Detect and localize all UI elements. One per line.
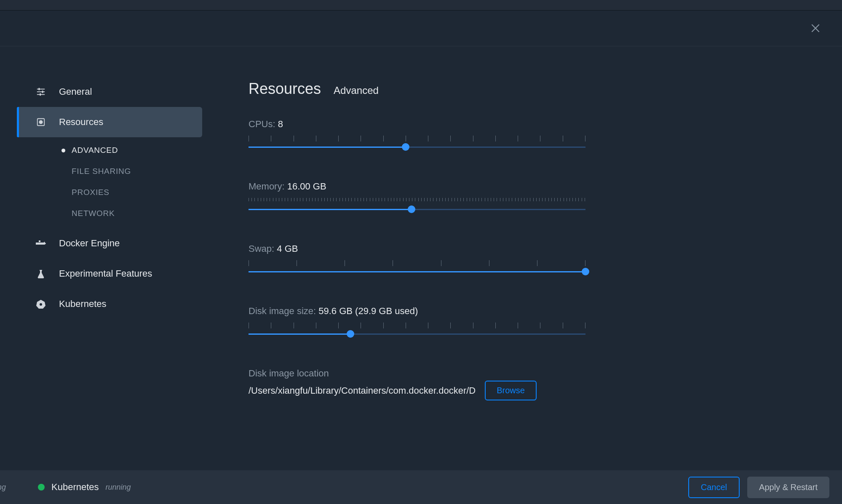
slider-thumb[interactable] [408,205,415,213]
sidebar-item-experimental[interactable]: Experimental Features [17,259,202,289]
swap-label-row: Swap: 4 GB [249,243,585,254]
cpus-label-row: CPUs: 8 [249,119,585,130]
memory-label-row: Memory: 16.00 GB [249,181,585,192]
subnav-network[interactable]: NETWORK [17,203,202,224]
svg-rect-5 [39,88,40,91]
memory-label: Memory: [249,181,285,192]
sidebar-item-label: Experimental Features [59,268,152,279]
subnav-label: ADVANCED [72,146,118,155]
sidebar-item-label: Resources [59,117,103,128]
memory-slider[interactable] [249,194,585,215]
subnav-proxies[interactable]: PROXIES [17,182,202,203]
resources-subnav: ADVANCED FILE SHARING PROXIES NETWORK [17,137,202,228]
disk-size-label-row: Disk image size: 59.6 GB (29.9 GB used) [249,306,585,317]
disk-size-label: Disk image size: [249,306,316,316]
kubernetes-icon [34,299,48,309]
status-area: ning Kubernetes running [13,482,131,493]
subnav-file-sharing[interactable]: FILE SHARING [17,161,202,182]
cpus-slider[interactable] [249,131,585,152]
disk-size-value: 59.6 GB (29.9 GB used) [318,306,418,316]
status-dot-icon [38,484,45,491]
slider-thumb[interactable] [402,143,409,151]
docker-icon [34,239,48,248]
page-title: Resources [249,80,321,98]
flask-icon [34,269,48,278]
cpus-field: CPUs: 8 [249,119,585,152]
sidebar-item-kubernetes[interactable]: Kubernetes [17,289,202,319]
sidebar-item-label: General [59,86,92,97]
svg-rect-2 [37,89,45,90]
swap-slider[interactable] [249,256,585,277]
svg-rect-3 [37,91,45,92]
svg-rect-6 [42,91,43,93]
subnav-label: NETWORK [72,209,115,218]
cancel-button[interactable]: Cancel [688,477,740,498]
cpus-value: 8 [278,119,283,129]
slider-thumb[interactable] [347,330,354,338]
resources-icon [34,117,48,127]
sidebar-item-label: Kubernetes [59,299,107,309]
footer-bar: ning Kubernetes running Cancel Apply & R… [0,470,842,504]
close-row [0,11,842,46]
svg-point-9 [39,120,42,123]
sidebar-item-general[interactable]: General [17,77,202,107]
subnav-label: FILE SHARING [72,167,131,176]
prev-status-trailing: ning [0,483,6,492]
svg-rect-13 [39,240,40,242]
swap-field: Swap: 4 GB [249,243,585,277]
disk-size-slider[interactable] [249,318,585,339]
page-heading: Resources Advanced [249,80,842,98]
disk-location-path: /Users/xiangfu/Library/Containers/com.do… [249,385,476,396]
subnav-advanced[interactable]: ADVANCED [17,140,202,161]
sidebar-item-label: Docker Engine [59,238,120,249]
subnav-label: PROXIES [72,188,110,197]
disk-location-field: Disk image location /Users/xiangfu/Libra… [249,368,585,400]
status-state: running [106,483,131,492]
disk-location-label: Disk image location [249,368,585,379]
svg-point-15 [39,303,43,306]
top-strip [0,0,842,11]
status-service: Kubernetes [51,482,99,493]
browse-button[interactable]: Browse [485,381,537,400]
memory-field: Memory: 16.00 GB [249,181,585,215]
close-icon[interactable] [810,23,821,34]
page-subtitle: Advanced [334,85,379,96]
sidebar-item-docker-engine[interactable]: Docker Engine [17,228,202,259]
disk-size-field: Disk image size: 59.6 GB (29.9 GB used) [249,306,585,339]
swap-label: Swap: [249,243,274,254]
sidebar: General Resources ADVANCED FILE SHARING … [0,46,202,470]
apply-restart-button[interactable]: Apply & Restart [747,477,829,498]
sidebar-item-resources[interactable]: Resources [17,107,202,137]
cpus-label: CPUs: [249,119,275,129]
swap-value: 4 GB [277,243,298,254]
slider-thumb[interactable] [582,268,589,275]
sliders-icon [34,87,48,96]
main-panel: Resources Advanced CPUs: 8 Memory: 16.00… [202,46,842,470]
svg-rect-7 [40,93,41,96]
memory-value: 16.00 GB [287,181,326,192]
